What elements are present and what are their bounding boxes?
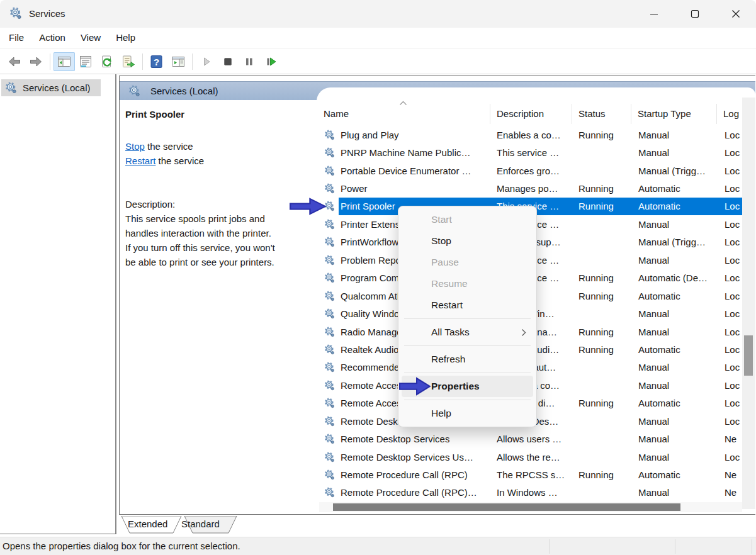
- services-app-icon: [9, 7, 22, 22]
- services-node-icon: [5, 82, 17, 94]
- service-logon-cell: Loc: [717, 344, 743, 355]
- help-button[interactable]: ?: [146, 52, 167, 71]
- service-description-cell: In Windows …: [490, 487, 572, 498]
- service-name-cell: Power: [317, 183, 490, 194]
- stop-service-button[interactable]: [217, 52, 239, 71]
- refresh-icon: [99, 54, 115, 69]
- arrow-at-print-spooler-row-icon: [290, 197, 326, 216]
- service-logon-cell: Loc: [717, 380, 743, 391]
- services-band-icon: [128, 85, 140, 97]
- export-list-button[interactable]: [118, 52, 139, 71]
- service-startup-cell: Automatic: [631, 183, 717, 194]
- service-logon-cell: Loc: [717, 255, 743, 266]
- service-logon-cell: Ne: [717, 487, 743, 498]
- service-name-cell: Remote Desktop Services Us…: [317, 452, 490, 462]
- service-description-cell: The RPCSS s…: [490, 469, 572, 480]
- gear-icon: [324, 434, 335, 444]
- column-header-log[interactable]: Log: [717, 104, 743, 124]
- service-logon-cell: Loc: [717, 398, 743, 408]
- tree-item-services-local[interactable]: Services (Local): [1, 79, 101, 96]
- menu-help[interactable]: Help: [108, 28, 143, 48]
- back-button[interactable]: [4, 52, 25, 71]
- service-logon-cell: Loc: [717, 201, 743, 211]
- column-header-status[interactable]: Status: [572, 104, 631, 124]
- service-name-cell: PNRP Machine Name Public…: [317, 147, 490, 158]
- service-logon-cell: Loc: [717, 416, 743, 427]
- console-tree-panel: Services (Local): [0, 74, 116, 534]
- vertical-scrollbar-thumb[interactable]: [744, 335, 753, 376]
- column-header-startup-type[interactable]: Startup Type: [631, 104, 717, 124]
- context-menu-item-stop[interactable]: Stop: [398, 230, 536, 252]
- context-menu-item-restart[interactable]: Restart: [398, 294, 536, 316]
- context-menu-item-all-tasks[interactable]: All Tasks: [398, 322, 536, 343]
- service-status-cell: Running: [572, 201, 631, 211]
- pause-service-button[interactable]: [239, 52, 260, 71]
- close-button[interactable]: [715, 0, 756, 28]
- forward-button[interactable]: [25, 52, 47, 71]
- forward-arrow-icon: [28, 54, 43, 69]
- service-status-cell: Running: [572, 344, 631, 355]
- service-startup-cell: Manual (Trigg…: [631, 165, 717, 176]
- service-startup-cell: Manual: [631, 327, 717, 337]
- service-startup-cell: Manual: [631, 434, 717, 444]
- service-startup-cell: Manual: [631, 452, 717, 462]
- action-pane-icon: [171, 54, 186, 69]
- menu-action[interactable]: Action: [31, 28, 73, 48]
- horizontal-scrollbar-thumb[interactable]: [333, 503, 680, 511]
- services-window: Services FileActionViewHelp: [0, 0, 756, 555]
- main-area: Services (Local) Services (Local) Print …: [0, 74, 756, 537]
- close-icon: [731, 9, 740, 18]
- service-row[interactable]: Remote Desktop ServicesAllows users …Man…: [317, 430, 743, 447]
- restart-service-icon: [263, 54, 278, 69]
- service-row[interactable]: Remote Desktop Services Us…Allows the re…: [317, 448, 743, 466]
- gear-icon: [5, 82, 17, 94]
- minimize-button[interactable]: [633, 0, 674, 28]
- help-icon: ?: [149, 54, 164, 69]
- title-bar: Services: [0, 0, 756, 28]
- status-divider: [752, 539, 752, 554]
- stop-service-link[interactable]: Stop: [125, 141, 145, 152]
- status-divider: [675, 539, 675, 554]
- service-status-cell: Running: [572, 130, 631, 140]
- gear-icon: [324, 344, 335, 355]
- export-list-icon: [121, 54, 136, 69]
- service-logon-cell: Ne: [717, 434, 743, 444]
- menu-separator: [404, 400, 531, 400]
- menu-file[interactable]: File: [1, 28, 31, 48]
- service-row[interactable]: PNRP Machine Name Public…This service …M…: [317, 143, 743, 161]
- show-action-pane-button[interactable]: [167, 52, 189, 71]
- column-header-description[interactable]: Description: [490, 104, 572, 124]
- service-row[interactable]: Remote Procedure Call (RPC)…In Windows ……: [317, 484, 743, 502]
- service-startup-cell: Manual: [631, 487, 717, 498]
- restart-service-button[interactable]: [260, 52, 281, 71]
- restart-service-link[interactable]: Restart: [125, 155, 155, 166]
- gear-icon: [324, 469, 335, 480]
- context-menu-item-help[interactable]: Help: [398, 403, 536, 424]
- service-row[interactable]: Portable Device Enumerator …Enforces gro…: [317, 162, 743, 179]
- maximize-button[interactable]: [674, 0, 715, 28]
- service-startup-cell: Automatic: [631, 398, 717, 408]
- vertical-scrollbar[interactable]: [742, 98, 755, 509]
- refresh-button[interactable]: [96, 52, 118, 71]
- service-row[interactable]: PowerManages po…RunningAutomaticLoc: [317, 179, 743, 197]
- start-service-icon: [199, 54, 214, 69]
- gear-icon: [324, 291, 335, 301]
- gear-icon: [324, 165, 335, 176]
- show-console-tree-button[interactable]: [54, 52, 75, 71]
- start-service-button[interactable]: [196, 52, 217, 71]
- tab-standard[interactable]: Standard: [181, 519, 220, 529]
- properties-button[interactable]: [75, 52, 96, 71]
- service-logon-cell: Loc: [717, 219, 743, 230]
- service-row[interactable]: Plug and PlayEnables a co…RunningManualL…: [317, 126, 743, 143]
- menu-view[interactable]: View: [73, 28, 108, 48]
- gear-icon: [324, 130, 335, 140]
- service-startup-cell: Manual: [631, 219, 717, 230]
- gear-icon: [324, 416, 335, 427]
- service-row[interactable]: Remote Procedure Call (RPC)The RPCSS s…R…: [317, 466, 743, 483]
- column-header-name[interactable]: Name: [317, 104, 490, 124]
- gear-icon: [324, 255, 335, 266]
- context-menu-item-refresh[interactable]: Refresh: [398, 349, 536, 370]
- tab-extended[interactable]: Extended: [128, 519, 167, 529]
- horizontal-scrollbar[interactable]: [319, 502, 742, 512]
- service-startup-cell: Manual: [631, 147, 717, 158]
